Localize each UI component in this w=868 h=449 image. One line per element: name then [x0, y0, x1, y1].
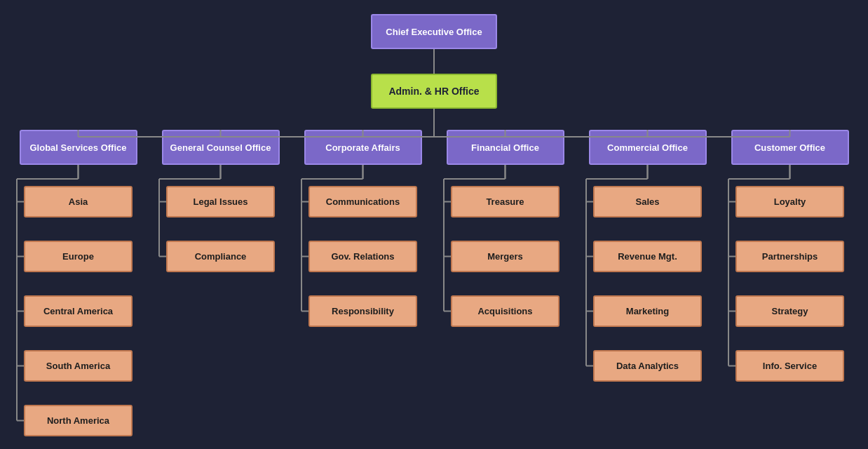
- org-node: Gov. Relations: [308, 241, 417, 272]
- org-node: Chief Executive Office: [371, 14, 497, 49]
- org-node: Asia: [24, 186, 133, 217]
- org-node: Central America: [24, 295, 133, 327]
- org-node: Sales: [593, 186, 702, 217]
- org-node: Partnerships: [735, 241, 844, 272]
- org-node: Legal Issues: [166, 186, 275, 217]
- org-node: Strategy: [735, 295, 844, 327]
- org-node: South America: [24, 350, 133, 382]
- org-node: Commercial Office: [589, 130, 707, 165]
- org-node: Corporate Affairs: [304, 130, 422, 165]
- org-node: Marketing: [593, 295, 702, 327]
- org-node: Europe: [24, 241, 133, 272]
- org-node: Treasure: [451, 186, 560, 217]
- org-node: General Counsel Office: [162, 130, 280, 165]
- org-node: Admin. & HR Office: [371, 74, 497, 109]
- org-chart: Chief Executive OfficeAdmin. & HR Office…: [0, 0, 868, 449]
- org-node: Mergers: [451, 241, 560, 272]
- org-node: Acquisitions: [451, 295, 560, 327]
- org-node: Customer Office: [731, 130, 849, 165]
- org-node: Loyalty: [735, 186, 844, 217]
- org-node: Global Services Office: [20, 130, 137, 165]
- org-node: Compliance: [166, 241, 275, 272]
- org-node: Communications: [308, 186, 417, 217]
- org-node: Info. Service: [735, 350, 844, 382]
- org-node: Responsibility: [308, 295, 417, 327]
- org-node: Revenue Mgt.: [593, 241, 702, 272]
- org-node: Financial Office: [447, 130, 564, 165]
- org-node: North America: [24, 405, 133, 436]
- org-node: Data Analytics: [593, 350, 702, 382]
